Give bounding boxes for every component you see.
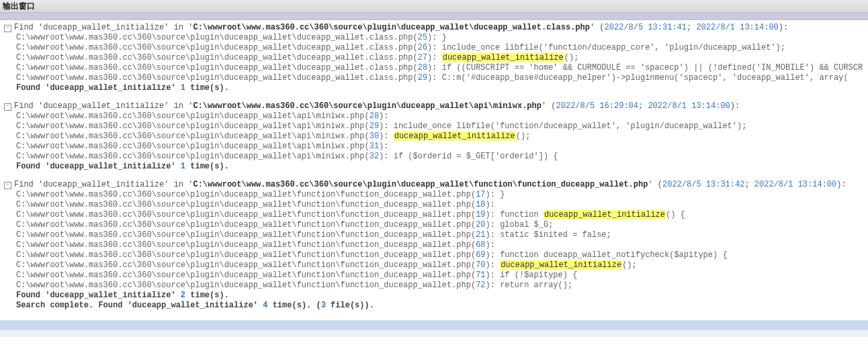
found-term: duceapp_wallet_initialize xyxy=(50,162,171,171)
match-row[interactable]: C:\wwwroot\www.mas360.cc\360\source\plug… xyxy=(4,132,868,142)
code-before: } xyxy=(495,190,505,199)
match-line-number: 71 xyxy=(476,270,485,280)
result-block: -Find 'duceapp_wallet_initialize' in 'C:… xyxy=(4,180,868,311)
find-suffix: ' ( xyxy=(590,23,605,32)
code-after: (); xyxy=(564,53,579,62)
find-suffix: ' ( xyxy=(648,180,662,189)
match-sep: ): xyxy=(379,142,388,151)
match-row[interactable]: C:\wwwroot\www.mas360.cc\360\source\plug… xyxy=(4,190,868,200)
match-row[interactable]: C:\wwwroot\www.mas360.cc\360\source\plug… xyxy=(4,210,868,220)
find-mid: ' in ' xyxy=(164,180,193,189)
found-count: 1 xyxy=(181,83,185,93)
code-highlight: duceapp_wallet_initialize xyxy=(442,53,564,62)
found-mid: ' xyxy=(171,83,180,93)
match-row[interactable]: C:\wwwroot\www.mas360.cc\360\source\plug… xyxy=(4,200,868,210)
match-row[interactable]: C:\wwwroot\www.mas360.cc\360\source\plug… xyxy=(4,240,868,250)
match-row[interactable]: C:\wwwroot\www.mas360.cc\360\source\plug… xyxy=(4,63,868,73)
match-path: C:\wwwroot\www.mas360.cc\360\source\plug… xyxy=(16,190,476,199)
match-line-number: 72 xyxy=(476,281,485,290)
match-line-number: 27 xyxy=(418,53,427,62)
found-suffix: time(s). xyxy=(185,291,229,300)
match-sep: ): xyxy=(486,250,495,260)
match-path: C:\wwwroot\www.mas360.cc\360\source\plug… xyxy=(16,121,370,131)
code-before: if ($orderid = $_GET['orderid']) { xyxy=(389,152,558,161)
match-sep: ): xyxy=(379,111,388,121)
match-row[interactable]: C:\wwwroot\www.mas360.cc\360\source\plug… xyxy=(4,260,868,270)
code-before xyxy=(389,132,394,141)
found-count: 1 xyxy=(181,162,185,171)
code-before xyxy=(437,53,442,62)
find-timestamp: 2022/8/5 16:29:04; 2022/8/1 13:14:00 xyxy=(556,101,730,111)
match-line-number: 26 xyxy=(418,43,427,52)
found-summary: Found 'duceapp_wallet_initialize' 2 time… xyxy=(4,291,868,301)
match-row[interactable]: C:\wwwroot\www.mas360.cc\360\source\plug… xyxy=(4,250,868,260)
find-mid: ' in ' xyxy=(164,23,193,32)
code-highlight: duceapp_wallet_initialize xyxy=(500,260,622,270)
match-row[interactable]: C:\wwwroot\www.mas360.cc\360\source\plug… xyxy=(4,270,868,281)
match-path: C:\wwwroot\www.mas360.cc\360\source\plug… xyxy=(16,210,476,219)
code-before: include_once libfile('function/duceapp_w… xyxy=(389,121,747,131)
find-close: ): xyxy=(730,101,740,111)
find-close: ): xyxy=(779,23,788,32)
match-row[interactable]: C:\wwwroot\www.mas360.cc\360\source\plug… xyxy=(4,43,868,53)
match-row[interactable]: C:\wwwroot\www.mas360.cc\360\source\plug… xyxy=(4,230,868,240)
match-line-number: 30 xyxy=(370,132,379,141)
match-row[interactable]: C:\wwwroot\www.mas360.cc\360\source\plug… xyxy=(4,111,868,121)
found-summary: Found 'duceapp_wallet_initialize' 1 time… xyxy=(4,83,868,93)
code-before: C::m('#duceapp_base#duceapp_helper')->pl… xyxy=(437,73,849,83)
sc-mid2: time(s). ( xyxy=(267,301,320,310)
match-row[interactable]: C:\wwwroot\www.mas360.cc\360\source\plug… xyxy=(4,73,868,83)
found-prefix: Found ' xyxy=(16,83,50,93)
match-path: C:\wwwroot\www.mas360.cc\360\source\plug… xyxy=(16,53,418,62)
code-before: function duceapp_wallet_notifycheck($api… xyxy=(495,250,728,260)
match-row[interactable]: C:\wwwroot\www.mas360.cc\360\source\plug… xyxy=(4,33,868,43)
find-term: duceapp_wallet_initialize xyxy=(43,180,164,189)
match-line-number: 31 xyxy=(370,142,379,151)
match-path: C:\wwwroot\www.mas360.cc\360\source\plug… xyxy=(16,132,370,141)
match-row[interactable]: C:\wwwroot\www.mas360.cc\360\source\plug… xyxy=(4,142,868,152)
output-window-title: 输出窗口 xyxy=(0,0,868,13)
code-after: () { xyxy=(666,210,685,219)
code-highlight: duceapp_wallet_initialize xyxy=(394,132,516,141)
match-line-number: 69 xyxy=(476,250,485,260)
found-prefix: Found ' xyxy=(16,291,50,300)
found-mid: ' xyxy=(171,162,180,171)
find-path: C:\wwwroot\www.mas360.cc\360\source\plug… xyxy=(193,23,590,32)
code-before: function xyxy=(495,210,544,219)
match-path: C:\wwwroot\www.mas360.cc\360\source\plug… xyxy=(16,260,476,270)
match-path: C:\wwwroot\www.mas360.cc\360\source\plug… xyxy=(16,250,476,260)
match-row[interactable]: C:\wwwroot\www.mas360.cc\360\source\plug… xyxy=(4,220,868,230)
find-path: C:\wwwroot\www.mas360.cc\360\source\plug… xyxy=(193,180,648,189)
code-before: include_once libfile('function/duceapp_c… xyxy=(437,43,785,52)
found-summary: Found 'duceapp_wallet_initialize' 1 time… xyxy=(4,162,868,172)
match-row[interactable]: C:\wwwroot\www.mas360.cc\360\source\plug… xyxy=(4,281,868,291)
find-prefix: Find ' xyxy=(14,180,43,189)
search-complete: Search complete. Found 'duceapp_wallet_i… xyxy=(4,301,868,311)
code-before: global $_G; xyxy=(495,220,553,230)
code-after: (); xyxy=(516,132,531,141)
toggle-icon[interactable]: - xyxy=(4,182,11,189)
toggle-icon[interactable]: - xyxy=(4,103,11,111)
found-prefix: Found ' xyxy=(16,162,50,171)
match-line-number: 21 xyxy=(476,230,485,240)
find-prefix: Find ' xyxy=(14,101,43,111)
code-before: } xyxy=(437,33,447,42)
selection-bar xyxy=(0,320,868,330)
match-row[interactable]: C:\wwwroot\www.mas360.cc\360\source\plug… xyxy=(4,121,868,132)
found-count: 2 xyxy=(181,291,185,300)
match-sep: ): xyxy=(427,73,437,83)
toggle-icon[interactable]: - xyxy=(4,25,11,32)
match-row[interactable]: C:\wwwroot\www.mas360.cc\360\source\plug… xyxy=(4,53,868,63)
sc-term: duceapp_wallet_initialize xyxy=(132,301,253,310)
match-row[interactable]: C:\wwwroot\www.mas360.cc\360\source\plug… xyxy=(4,152,868,162)
match-sep: ): xyxy=(427,43,437,52)
match-sep: ): xyxy=(379,121,388,131)
find-timestamp: 2022/8/5 13:31:42; 2022/8/1 13:14:00 xyxy=(662,180,836,189)
find-prefix: Find ' xyxy=(14,23,43,32)
find-close: ): xyxy=(836,180,846,189)
result-block: -Find 'duceapp_wallet_initialize' in 'C:… xyxy=(4,23,868,93)
code-before: static $inited = false; xyxy=(495,230,611,240)
match-path: C:\wwwroot\www.mas360.cc\360\source\plug… xyxy=(16,43,418,52)
found-mid: ' xyxy=(171,291,180,300)
code-highlight: duceapp_wallet_initialize xyxy=(544,210,666,219)
